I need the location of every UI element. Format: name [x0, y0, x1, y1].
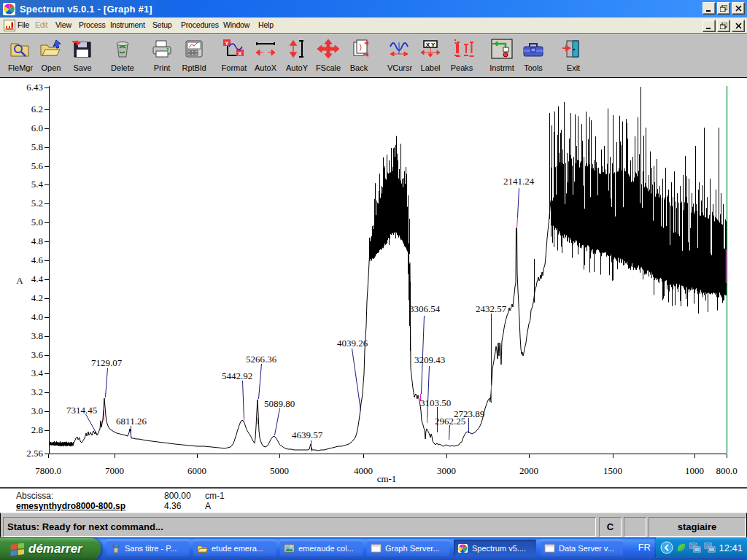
peak-label: 2432.57: [476, 303, 507, 314]
taskbar-task-data-server-v[interactable]: Data Server v...: [541, 540, 623, 556]
title-bar: Spectrum v5.0.1 - [Graph #1]: [0, 0, 747, 18]
peak-line: [427, 366, 430, 421]
menu-edit[interactable]: Edit: [35, 20, 47, 29]
x-tick-label: 3000: [437, 465, 456, 476]
clock: 12:41: [719, 542, 743, 553]
y-tick-label: 3.8: [31, 330, 43, 341]
svg-text:X Y: X Y: [426, 42, 436, 48]
peak-label: 6811.26: [116, 416, 147, 427]
toolbar-label: VCursr: [387, 63, 412, 72]
menu-instrument[interactable]: Instrument: [110, 20, 145, 29]
toolbar-label: Tools: [524, 63, 543, 72]
menu-window[interactable]: Window: [223, 20, 249, 29]
taskbar-task-spectrum-v5[interactable]: Spectrum v5....: [454, 540, 536, 556]
spectrum-filename[interactable]: emesynthydro8000-800.sp: [16, 501, 125, 511]
toolbar-label: AutoY: [286, 63, 308, 72]
open-icon: [39, 38, 63, 63]
peak-line: [259, 364, 262, 399]
menu-process[interactable]: Process: [79, 20, 106, 29]
taskbar: démarrer Sans titre - P...etude emera...…: [0, 537, 747, 560]
toolbar-delete-button[interactable]: Delete: [103, 38, 142, 73]
peak-mark: [517, 217, 518, 228]
tray-network2-icon[interactable]: [704, 542, 716, 553]
spectrum-chart[interactable]: 6.436.26.05.85.65.45.25.04.84.64.44.24.0…: [0, 76, 747, 487]
x-tick-label: 7800.0: [35, 465, 61, 476]
y-tick-label: 3.4: [31, 368, 44, 378]
toolbar: FleMgrOpenSaveDeletePrintRptBldYXFormatA…: [0, 34, 747, 78]
x-tick-label: 5000: [270, 465, 289, 476]
toolbar-label: Exit: [567, 63, 580, 72]
mdi-restore-button[interactable]: [717, 20, 730, 32]
mdi-close-button[interactable]: [732, 20, 745, 32]
y-axis-title: A: [16, 275, 23, 286]
taskbar-task-graph-server[interactable]: Graph Server...: [367, 540, 449, 556]
restore-button[interactable]: [717, 2, 730, 15]
minimize-button[interactable]: [703, 2, 716, 15]
toolbar-label: Format: [222, 63, 247, 72]
y-tick-label: 5.4: [31, 179, 44, 190]
window-icon: [371, 543, 382, 553]
x-tick-label: 1000: [685, 465, 704, 476]
mdi-minimize-button[interactable]: [703, 20, 716, 32]
toolbar-label: RptBld: [182, 63, 206, 72]
toolbar-label: Save: [73, 63, 91, 72]
tray-collapse-icon[interactable]: [660, 541, 673, 554]
y-tick-label: 2.8: [31, 424, 43, 435]
rptbld-icon: [182, 38, 206, 63]
taskbar-task-emeraude-col[interactable]: emeraude col...: [280, 540, 363, 556]
toolbar-label: FScale: [316, 63, 341, 72]
y-tick-label: 4.0: [31, 311, 43, 322]
y-tick-label: 3.2: [31, 386, 43, 397]
peak-label: 3306.54: [409, 303, 441, 314]
y-tick-label: 4.8: [31, 236, 43, 246]
tray-network-icon[interactable]: [689, 542, 702, 553]
x-tick-label: 800.0: [716, 465, 737, 476]
menu-file[interactable]: File: [18, 20, 29, 29]
toolbar-peaks-button[interactable]: Peaks: [442, 38, 481, 73]
y-tick-label: 3.0: [31, 405, 43, 416]
peak-label: 5266.36: [246, 354, 277, 365]
close-button[interactable]: [732, 2, 745, 15]
peak-label: 4639.57: [292, 429, 323, 440]
menu-help[interactable]: Help: [258, 20, 274, 29]
app-logo-icon: [3, 3, 15, 15]
graph-window-icon: [4, 20, 15, 31]
toolbar-back-button[interactable]: Back: [339, 38, 379, 73]
y-tick-label: 5.8: [31, 141, 43, 152]
toolbar-exit-button[interactable]: Exit: [554, 38, 593, 73]
peaks-icon: [449, 38, 474, 63]
start-button[interactable]: démarrer: [0, 538, 101, 560]
start-label: démarrer: [28, 542, 82, 556]
toolbar-label: Instrmt: [489, 63, 514, 72]
toolbar-rptbld-button[interactable]: RptBld: [174, 38, 214, 73]
svg-text:X: X: [238, 50, 242, 57]
toolbar-label: Delete: [111, 63, 134, 72]
menu-view[interactable]: View: [55, 20, 71, 29]
peak-line: [243, 381, 244, 420]
toolbar-tools-button[interactable]: Tools: [514, 38, 553, 73]
peak-label: 7314.45: [66, 405, 97, 416]
save-icon: [70, 38, 95, 63]
peak-line: [518, 188, 519, 217]
toolbar-label: Label: [421, 63, 441, 72]
spectrum-noise: [50, 87, 727, 446]
spectrum-plot: 6.436.26.05.85.65.45.25.04.84.64.44.24.0…: [0, 76, 747, 487]
status-user: stagiaire: [649, 517, 746, 537]
x-tick-label: 1500: [603, 465, 622, 476]
ordinate-value: 4.36: [164, 501, 181, 511]
peak-line: [275, 408, 280, 435]
ordinate-unit: A: [205, 501, 211, 511]
folder-icon: [197, 543, 208, 553]
menu-setup[interactable]: Setup: [152, 20, 171, 29]
format-icon: YX: [222, 38, 247, 63]
peak-line: [449, 425, 450, 440]
toolbar-save-button[interactable]: Save: [63, 38, 102, 73]
y-tick-label: 6.0: [31, 122, 43, 133]
menu-procedures[interactable]: Procedures: [181, 20, 219, 29]
taskbar-task-sans-titre-p[interactable]: Sans titre - P...: [107, 540, 189, 556]
tray-msn-icon[interactable]: [676, 542, 687, 553]
language-indicator[interactable]: FR: [638, 542, 651, 553]
peak-line: [86, 414, 97, 434]
peak-line: [352, 349, 361, 411]
taskbar-task-etude-emera[interactable]: etude emera...: [193, 540, 276, 556]
